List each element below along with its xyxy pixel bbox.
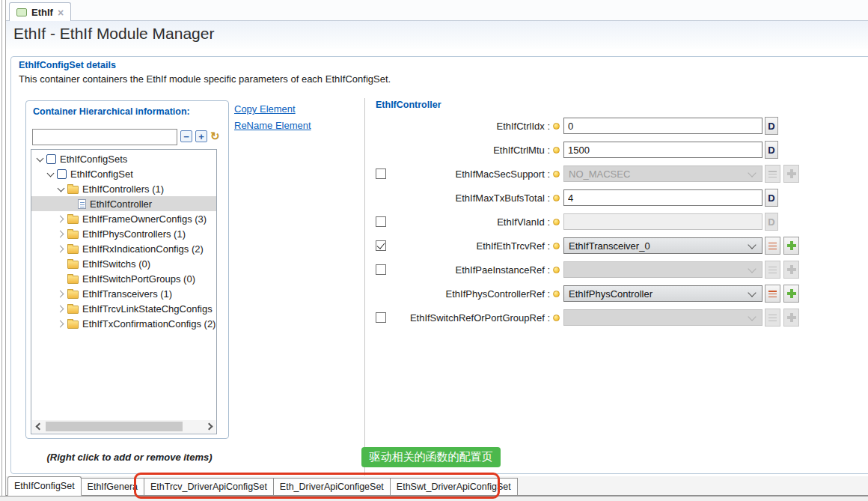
tree-box: EthIfConfigSets EthIfConfigSet EthIfCont…	[31, 149, 217, 434]
expander-icon[interactable]	[55, 303, 67, 315]
tree-item[interactable]: EthIfControllers (1)	[31, 181, 216, 196]
refresh-icon[interactable]: ↻	[210, 130, 220, 143]
editor-tab-label: EthIf	[31, 7, 53, 18]
field-label: EthIfPaeInstanceRef :	[394, 264, 553, 276]
bottom-tab-ethifconfigset[interactable]: EthIfConfigSet	[7, 476, 82, 496]
bottom-tab-eth_driverapiconfigeset[interactable]: Eth_DriverApiConfigeSet	[274, 478, 391, 495]
controller-form: EthIfCtrlIdx : D EthIfCtrlMtu :	[376, 114, 806, 330]
field-label: EthIfMaxTxBufsTotal :	[394, 192, 553, 204]
list-icon	[768, 291, 777, 297]
editor-tabstrip: EthIf ×	[6, 0, 868, 21]
tree: EthIfConfigSets EthIfConfigSet EthIfCont…	[31, 151, 216, 331]
default-value-button[interactable]: D	[765, 213, 778, 231]
expander-icon[interactable]	[55, 183, 67, 195]
form-row: EthIfMacSecSupport : NO_MACSEC D	[376, 162, 806, 186]
expand-all-icon[interactable]: +	[195, 130, 207, 142]
value-select[interactable]: NO_MACSEC	[563, 166, 762, 182]
value-select[interactable]: EthIfTransceiver_0	[563, 237, 762, 254]
enable-checkbox[interactable]	[376, 312, 386, 323]
tree-item[interactable]: EthIfConfigSet	[31, 166, 216, 181]
horizontal-scrollbar[interactable]	[32, 420, 216, 433]
tree-item[interactable]: EthIfSwitchs (0)	[31, 256, 216, 271]
value-input[interactable]	[563, 142, 762, 158]
enable-checkbox[interactable]	[376, 168, 386, 179]
tree-item[interactable]: EthIfTransceivers (1)	[31, 286, 216, 301]
bottom-tab-ethtrcv_driverapiconfigset[interactable]: EthTrcv_DriverApiConfigSet	[144, 478, 274, 495]
expander-icon[interactable]	[55, 318, 67, 330]
expander-icon[interactable]	[34, 154, 46, 165]
window-sash[interactable]	[1, 0, 6, 501]
expander-icon[interactable]	[55, 273, 67, 285]
bottom-strip	[0, 496, 868, 501]
tree-item[interactable]: EthIfTxConfirmationConfigs (2)	[31, 316, 216, 331]
folder-icon	[67, 291, 79, 299]
vertical-separator	[364, 98, 365, 476]
bulb-icon	[553, 219, 560, 225]
scrollbar-thumb[interactable]	[46, 422, 183, 431]
rename-element-link[interactable]: ReName Element	[234, 120, 311, 131]
list-icon	[768, 267, 777, 273]
bottom-tab-ethifgenera[interactable]: EthIfGenera	[82, 478, 144, 495]
tree-item-label: EthIfRxIndicationConfigs (2)	[82, 243, 204, 255]
module-icon	[46, 154, 56, 164]
value-input[interactable]	[563, 118, 762, 134]
tree-item[interactable]: EthIfConfigSets	[31, 151, 216, 166]
expander-icon[interactable]	[55, 228, 67, 240]
scroll-left-icon[interactable]	[32, 420, 44, 433]
value-select[interactable]	[563, 261, 762, 278]
tree-search-input[interactable]	[32, 129, 177, 145]
value-select[interactable]	[563, 309, 762, 326]
expander-icon[interactable]	[55, 258, 67, 270]
add-button[interactable]	[783, 309, 799, 327]
expander-icon[interactable]	[55, 288, 67, 300]
list-button[interactable]	[765, 261, 780, 279]
add-button[interactable]	[783, 285, 799, 303]
tree-item[interactable]: EthIfRxIndicationConfigs (2)	[31, 241, 216, 256]
tree-item[interactable]: EthIfTrcvLinkStateChgConfigs	[31, 301, 216, 316]
folder-icon	[67, 246, 79, 254]
list-button[interactable]	[765, 309, 780, 327]
enable-checkbox[interactable]	[376, 264, 386, 275]
field-label: EthIfCtrlIdx :	[394, 121, 553, 132]
value-input[interactable]	[563, 213, 762, 230]
add-button[interactable]	[783, 165, 799, 183]
list-button[interactable]	[765, 237, 780, 255]
tree-item-label: EthIfSwitchPortGroups (0)	[82, 273, 195, 285]
expander-icon[interactable]	[66, 198, 77, 210]
scroll-right-icon[interactable]	[204, 420, 216, 433]
editor-tab-ethif[interactable]: EthIf ×	[9, 2, 71, 22]
field-label: EthIfSwitchRefOrPortGroupRef :	[394, 312, 553, 324]
form-row: EthIfEthTrcvRef : EthIfTransceiver_0 D	[376, 234, 806, 258]
tree-item-label: EthIfController	[90, 198, 152, 210]
bottom-tab-ethswt_driverapiconfigset[interactable]: EthSwt_DriverApiConfigSet	[391, 478, 518, 495]
chevron-down-icon	[748, 312, 756, 321]
tree-item[interactable]: EthIfPhysControllers (1)	[31, 226, 216, 241]
field-label: EthIfEthTrcvRef :	[394, 240, 553, 252]
tree-item-label: EthIfTransceivers (1)	[82, 288, 172, 300]
value-select[interactable]: EthIfPhysController	[563, 285, 762, 302]
close-icon[interactable]: ×	[58, 7, 64, 18]
plus-icon	[787, 169, 796, 178]
tree-item[interactable]: EthIfSwitchPortGroups (0)	[31, 271, 216, 286]
enable-checkbox[interactable]	[376, 216, 386, 227]
expander-icon[interactable]	[45, 168, 56, 180]
default-value-button[interactable]: D	[765, 117, 778, 135]
bulb-icon	[553, 315, 560, 321]
enable-checkbox[interactable]	[376, 240, 386, 251]
expander-icon[interactable]	[55, 213, 67, 225]
value-input[interactable]	[563, 189, 762, 206]
add-button[interactable]	[783, 237, 799, 255]
default-value-button[interactable]: D	[765, 141, 778, 159]
collapse-all-icon[interactable]: −	[180, 130, 192, 142]
tree-item[interactable]: EthIfController	[31, 196, 216, 211]
list-button[interactable]	[765, 285, 780, 303]
list-button[interactable]	[765, 165, 780, 183]
select-value: EthIfPhysController	[569, 288, 749, 300]
add-button[interactable]	[783, 261, 799, 279]
plus-icon	[787, 313, 796, 322]
expander-icon[interactable]	[55, 243, 67, 255]
form-title: EthIfController	[376, 100, 441, 110]
default-value-button[interactable]: D	[765, 189, 778, 207]
tree-item[interactable]: EthIfFrameOwnerConfigs (3)	[31, 211, 216, 226]
copy-element-link[interactable]: Copy Element	[234, 103, 296, 115]
